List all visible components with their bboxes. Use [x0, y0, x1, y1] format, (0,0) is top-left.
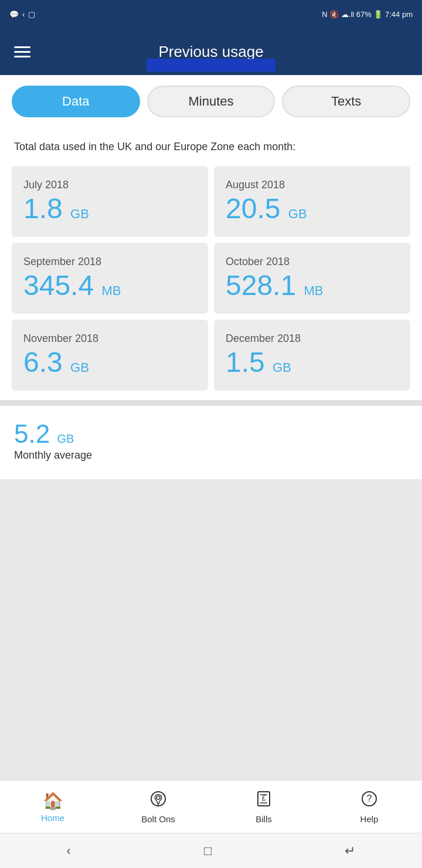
- system-recents-button[interactable]: ↵: [345, 843, 355, 859]
- nav-label-help: Help: [360, 814, 379, 824]
- data-card-july: July 2018 1.8 GB: [12, 166, 208, 237]
- data-grid: July 2018 1.8 GB August 2018 20.5 GB Sep…: [0, 160, 422, 400]
- tab-minutes[interactable]: Minutes: [147, 86, 275, 117]
- data-card-value-october: 528.1 MB: [226, 272, 399, 300]
- data-card-month-december: December 2018: [226, 333, 399, 345]
- description-text: Total data used in the UK and our Europe…: [0, 128, 422, 160]
- data-card-november: November 2018 6.3 GB: [12, 320, 208, 391]
- system-nav: ‹ □ ↵: [0, 833, 422, 868]
- tab-data[interactable]: Data: [12, 86, 140, 117]
- value-unit-september: MB: [101, 283, 121, 298]
- data-card-december: December 2018 1.5 GB: [214, 320, 410, 391]
- monthly-avg-unit: GB: [57, 432, 74, 445]
- page-title: Previous usage: [158, 43, 263, 61]
- data-card-month-october: October 2018: [226, 256, 399, 268]
- system-back-button[interactable]: ‹: [67, 843, 71, 859]
- nav-label-home: Home: [41, 813, 64, 823]
- nav-label-bills: Bills: [256, 814, 272, 824]
- menu-button[interactable]: [14, 46, 30, 57]
- tab-texts[interactable]: Texts: [282, 86, 410, 117]
- value-number-august: 20.5: [226, 193, 280, 224]
- data-card-value-august: 20.5 GB: [226, 195, 399, 223]
- bolt-ons-icon: [149, 790, 167, 812]
- data-card-value-september: 345.4 MB: [23, 272, 196, 300]
- value-number-october: 528.1: [226, 270, 296, 301]
- bottom-nav: 🏠 Home Bolt Ons £ Bills ?: [0, 780, 422, 833]
- status-left-icons: 💬 ‹ ▢: [9, 10, 35, 19]
- data-card-month-august: August 2018: [226, 179, 399, 191]
- help-icon: ?: [360, 790, 378, 812]
- value-number-september: 345.4: [23, 270, 94, 301]
- svg-text:?: ?: [367, 794, 372, 803]
- data-card-august: August 2018 20.5 GB: [214, 166, 410, 237]
- value-unit-october: MB: [304, 283, 323, 298]
- status-right-info: N 🔇 ☁.ll 67% 🔋 7:44 pm: [322, 10, 413, 19]
- back-icon: ‹: [22, 10, 25, 19]
- home-icon: 🏠: [43, 791, 63, 811]
- redacted-phone-number: [147, 59, 275, 72]
- monthly-average-section: 5.2 GB Monthly average: [0, 406, 422, 479]
- svg-point-1: [156, 796, 160, 799]
- status-text: N 🔇 ☁.ll 67% 🔋 7:44 pm: [322, 10, 413, 19]
- nav-label-bolt-ons: Bolt Ons: [141, 814, 175, 824]
- nav-item-bills[interactable]: £ Bills: [211, 781, 316, 833]
- data-card-value-july: 1.8 GB: [23, 195, 196, 223]
- monthly-avg-label: Monthly average: [14, 449, 408, 462]
- menu-line-1: [14, 46, 30, 48]
- value-unit-november: GB: [70, 360, 89, 375]
- system-home-button[interactable]: □: [204, 843, 212, 859]
- chat-icon: 💬: [9, 10, 19, 19]
- data-card-month-november: November 2018: [23, 333, 196, 345]
- status-bar: 💬 ‹ ▢ N 🔇 ☁.ll 67% 🔋 7:44 pm: [0, 0, 422, 28]
- data-card-october: October 2018 528.1 MB: [214, 243, 410, 314]
- data-card-value-november: 6.3 GB: [23, 348, 196, 377]
- data-card-september: September 2018 345.4 MB: [12, 243, 208, 314]
- data-card-value-december: 1.5 GB: [226, 348, 399, 377]
- nav-item-bolt-ons[interactable]: Bolt Ons: [106, 781, 211, 833]
- monthly-avg-value: 5.2 GB: [14, 421, 408, 447]
- value-number-july: 1.8: [23, 193, 63, 224]
- value-number-november: 6.3: [23, 347, 63, 378]
- tab-bar: Data Minutes Texts: [0, 75, 422, 128]
- data-card-month-july: July 2018: [23, 179, 196, 191]
- bills-icon: £: [255, 790, 273, 812]
- data-card-month-september: September 2018: [23, 256, 196, 268]
- value-unit-december: GB: [273, 360, 291, 375]
- header: Previous usage: [0, 28, 422, 75]
- screen-icon: ▢: [28, 10, 35, 19]
- value-unit-august: GB: [288, 206, 307, 221]
- empty-area: [0, 479, 422, 780]
- value-unit-july: GB: [70, 206, 89, 221]
- monthly-avg-number: 5.2: [14, 419, 50, 448]
- menu-line-3: [14, 56, 30, 57]
- main-content: Total data used in the UK and our Europe…: [0, 128, 422, 780]
- nav-item-home[interactable]: 🏠 Home: [0, 781, 106, 833]
- menu-line-2: [14, 51, 30, 53]
- nav-item-help[interactable]: ? Help: [316, 781, 422, 833]
- value-number-december: 1.5: [226, 347, 265, 378]
- section-divider: [0, 400, 422, 406]
- svg-text:£: £: [262, 794, 266, 802]
